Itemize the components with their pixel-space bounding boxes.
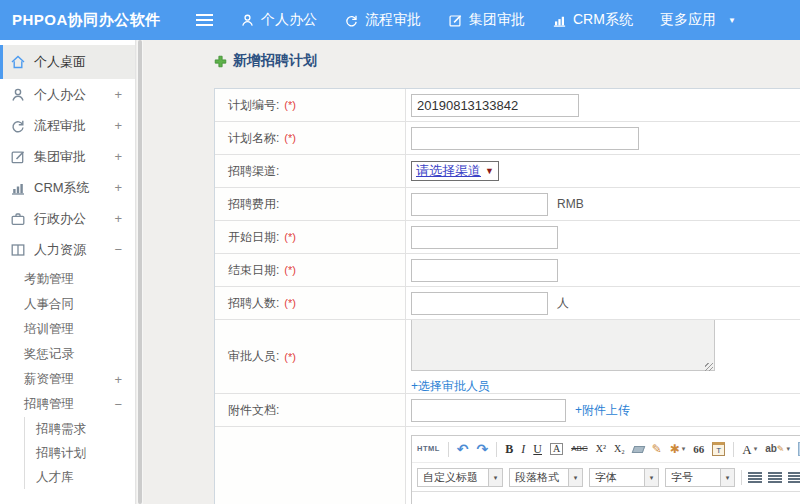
sidebar-item-attendance[interactable]: 考勤管理: [0, 267, 135, 292]
brush-icon[interactable]: ✎: [652, 443, 662, 455]
editor-toolbar-row1: HTML ↶ ↷ B I U A ABC X² X₂ ✎: [412, 436, 800, 463]
sidebar-item-training[interactable]: 培训管理: [0, 317, 135, 342]
sidebar-item-group-approval[interactable]: 集团审批 +: [0, 141, 135, 172]
font-color-button[interactable]: A ▾: [742, 443, 757, 456]
align-left-icon[interactable]: [748, 472, 762, 483]
superscript-button[interactable]: X²: [596, 444, 606, 454]
select-approvers-link[interactable]: +选择审批人员: [411, 378, 490, 394]
topmenu-personal-office[interactable]: 个人办公: [240, 11, 317, 29]
form-row-plan-name: 计划名称: (*): [215, 122, 800, 155]
expand-toggle[interactable]: +: [114, 211, 122, 226]
sidebar-item-recruit-plan[interactable]: 招聘计划: [25, 441, 135, 465]
sidebar-item-label: 行政办公: [34, 210, 86, 228]
sidebar-item-recruitment[interactable]: 招聘管理−: [0, 392, 135, 417]
end-date-input[interactable]: [411, 259, 558, 282]
channel-select[interactable]: 请选择渠道 ▼: [411, 161, 499, 181]
collapse-toggle[interactable]: −: [114, 242, 122, 257]
topmenu-workflow-approval[interactable]: 流程审批: [344, 11, 421, 29]
sidebar-item-recruit-demand[interactable]: 招聘需求: [25, 417, 135, 441]
topmenu-group-approval[interactable]: 集团审批: [448, 11, 525, 29]
add-plus-icon: [214, 55, 227, 68]
sidebar-item-workflow-approval[interactable]: 流程审批 +: [0, 110, 135, 141]
strikethrough-button[interactable]: ABC: [571, 445, 587, 453]
form-row-channel: 招聘渠道: 请选择渠道 ▼: [215, 155, 800, 188]
submenu-label: 考勤管理: [24, 271, 74, 288]
scrollbar-thumb[interactable]: [138, 40, 142, 504]
combo-value: 字体: [589, 468, 645, 487]
eraser-icon[interactable]: [631, 446, 645, 453]
sidebar-item-desktop[interactable]: 个人桌面: [0, 45, 135, 79]
person-icon: [10, 87, 26, 103]
topmenu-crm-system[interactable]: CRM系统: [552, 11, 633, 29]
font-style-button[interactable]: A: [550, 443, 563, 455]
headcount-input[interactable]: [411, 292, 548, 315]
approvers-textarea[interactable]: [411, 320, 715, 371]
required-mark: (*): [284, 231, 296, 243]
start-date-input[interactable]: [411, 226, 558, 249]
highlight-color-button[interactable]: ab ✎ ▾: [765, 444, 790, 454]
resize-grip[interactable]: [705, 363, 713, 371]
workflow-icon: [344, 13, 359, 28]
font-size-combo[interactable]: 字号 ▾: [665, 468, 735, 487]
sidebar-item-hr-contract[interactable]: 人事合同: [0, 292, 135, 317]
field-label: 招聘费用:: [215, 188, 406, 220]
caret-down-icon: ▼: [728, 16, 736, 25]
sidebar-item-personal-office[interactable]: 个人办公 +: [0, 79, 135, 110]
attachment-upload-link[interactable]: +附件上传: [575, 402, 630, 419]
italic-button[interactable]: I: [521, 443, 525, 455]
sidebar-item-label: 个人办公: [34, 86, 86, 104]
font-color-icon: A: [742, 443, 751, 456]
form-row-attachment: 附件文档: +附件上传: [215, 394, 800, 427]
html-source-button[interactable]: HTML: [417, 445, 440, 453]
undo-icon[interactable]: ↶: [457, 442, 469, 456]
align-right-icon[interactable]: [788, 472, 800, 483]
expand-toggle[interactable]: +: [114, 87, 122, 102]
top-menu: 个人办公 流程审批 集团审批 CRM系统 更多应用 ▼: [196, 0, 736, 40]
expand-toggle[interactable]: +: [114, 149, 122, 164]
sidebar-scrollbar[interactable]: [137, 40, 143, 504]
sidebar-item-talent-pool[interactable]: 人才库: [25, 465, 135, 489]
hamburger-menu-icon[interactable]: [196, 14, 213, 26]
field-label: 计划编号: (*): [215, 89, 406, 121]
align-center-icon[interactable]: [768, 472, 782, 483]
select-caret-icon: ▼: [485, 166, 494, 176]
recruitment-submenu: 招聘需求 招聘计划 人才库: [24, 417, 135, 489]
sidebar-item-admin-office[interactable]: 行政办公 +: [0, 203, 135, 234]
paste-icon[interactable]: T: [712, 442, 725, 456]
subscript-button[interactable]: X₂: [614, 444, 625, 454]
submenu-label: 奖惩记录: [24, 346, 74, 363]
expand-toggle[interactable]: +: [114, 180, 122, 195]
plan-no-input[interactable]: [411, 94, 579, 117]
field-label: 招聘人数: (*): [215, 287, 406, 319]
topmenu-more-apps[interactable]: 更多应用 ▼: [660, 11, 736, 29]
sidebar-item-salary[interactable]: 薪资管理+: [0, 367, 135, 392]
form-row-plan-no: 计划编号: (*): [215, 89, 800, 122]
required-mark: (*): [284, 297, 296, 309]
form-row-headcount: 招聘人数: (*) 人: [215, 287, 800, 320]
underline-button[interactable]: U: [533, 443, 542, 455]
sidebar-item-rewards[interactable]: 奖惩记录: [0, 342, 135, 367]
topmenu-label: 流程审批: [365, 11, 421, 29]
font-family-combo[interactable]: 字体 ▾: [589, 468, 659, 487]
submenu-label: 人才库: [36, 469, 74, 486]
collapse-toggle[interactable]: −: [114, 397, 122, 412]
rich-text-editor: HTML ↶ ↷ B I U A ABC X² X₂ ✎: [411, 435, 800, 504]
redo-icon[interactable]: ↷: [477, 442, 489, 456]
cost-input[interactable]: [411, 193, 548, 216]
person-icon: [240, 13, 255, 28]
page-title-text: 新增招聘计划: [233, 52, 317, 70]
blockquote-button[interactable]: 66: [693, 444, 704, 455]
bold-button[interactable]: B: [505, 443, 513, 455]
topmenu-label: 个人办公: [261, 11, 317, 29]
combo-caret-icon: ▾: [645, 468, 659, 487]
sidebar-item-crm[interactable]: CRM系统 +: [0, 172, 135, 203]
paragraph-format-combo[interactable]: 段落格式 ▾: [509, 468, 583, 487]
heading-style-combo[interactable]: 自定义标题 ▾: [417, 468, 503, 487]
expand-toggle[interactable]: +: [114, 118, 122, 133]
expand-toggle[interactable]: +: [114, 372, 122, 387]
attachment-input[interactable]: [411, 399, 566, 422]
editor-content-area[interactable]: [412, 492, 800, 504]
plan-name-input[interactable]: [411, 127, 639, 150]
sidebar-item-hr[interactable]: 人力资源 −: [0, 234, 135, 265]
format-painter-button[interactable]: ✱ ▾: [670, 443, 686, 455]
